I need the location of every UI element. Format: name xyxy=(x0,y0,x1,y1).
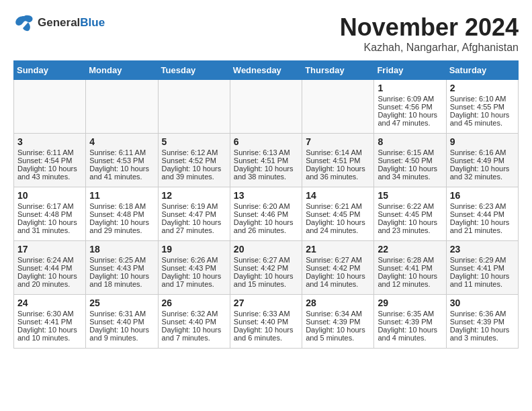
calendar-cell: 13Sunrise: 6:20 AMSunset: 4:46 PMDayligh… xyxy=(230,187,302,241)
header-cell-saturday: Saturday xyxy=(446,61,518,80)
cell-content: Sunrise: 6:09 AM xyxy=(378,95,442,103)
calendar-cell: 17Sunrise: 6:24 AMSunset: 4:44 PMDayligh… xyxy=(14,241,86,295)
calendar-cell xyxy=(230,80,302,134)
cell-content: and 39 minutes. xyxy=(162,173,226,181)
calendar-cell: 9Sunrise: 6:16 AMSunset: 4:49 PMDaylight… xyxy=(446,134,518,187)
cell-content: Daylight: 10 hours xyxy=(450,272,515,280)
cell-content: and 3 minutes. xyxy=(450,334,515,342)
calendar-cell: 29Sunrise: 6:35 AMSunset: 4:39 PMDayligh… xyxy=(374,295,446,349)
cell-content: and 38 minutes. xyxy=(234,173,298,181)
cell-content: Sunrise: 6:14 AM xyxy=(306,148,370,156)
cell-content: Daylight: 10 hours xyxy=(378,165,442,173)
cell-content: Daylight: 10 hours xyxy=(17,272,82,280)
cell-content: and 47 minutes. xyxy=(378,119,442,127)
cell-content: Daylight: 10 hours xyxy=(234,326,298,334)
cell-content: Sunset: 4:40 PM xyxy=(89,318,154,326)
cell-content: Daylight: 10 hours xyxy=(450,218,515,226)
cell-content: and 29 minutes. xyxy=(89,226,154,234)
cell-content: Daylight: 10 hours xyxy=(89,326,154,334)
day-number: 26 xyxy=(162,298,226,308)
day-number: 6 xyxy=(234,136,298,147)
cell-content: Sunrise: 6:36 AM xyxy=(450,310,515,318)
cell-content: Sunrise: 6:26 AM xyxy=(162,256,226,264)
header-cell-friday: Friday xyxy=(374,61,446,80)
cell-content: and 14 minutes. xyxy=(306,280,370,288)
cell-content: Sunrise: 6:17 AM xyxy=(17,202,82,210)
cell-content: and 4 minutes. xyxy=(378,334,442,342)
cell-content: Daylight: 10 hours xyxy=(378,218,442,226)
header-row: SundayMondayTuesdayWednesdayThursdayFrid… xyxy=(14,61,519,80)
calendar-body: 1Sunrise: 6:09 AMSunset: 4:56 PMDaylight… xyxy=(14,80,519,349)
header-cell-wednesday: Wednesday xyxy=(230,61,302,80)
logo-icon xyxy=(13,13,35,32)
cell-content: and 17 minutes. xyxy=(162,280,226,288)
logo-text: GeneralBlue xyxy=(38,16,105,30)
week-row-2: 3Sunrise: 6:11 AMSunset: 4:54 PMDaylight… xyxy=(14,134,519,187)
cell-content: Sunset: 4:41 PM xyxy=(450,264,515,272)
calendar-cell: 7Sunrise: 6:14 AMSunset: 4:51 PMDaylight… xyxy=(302,134,374,187)
cell-content: and 12 minutes. xyxy=(378,280,442,288)
cell-content: Sunset: 4:40 PM xyxy=(162,318,226,326)
cell-content: and 34 minutes. xyxy=(378,173,442,181)
cell-content: Daylight: 10 hours xyxy=(450,165,515,173)
cell-content: Sunset: 4:40 PM xyxy=(234,318,298,326)
calendar-cell: 26Sunrise: 6:32 AMSunset: 4:40 PMDayligh… xyxy=(158,295,230,349)
cell-content: and 41 minutes. xyxy=(89,173,154,181)
page-container: GeneralBlue November 2024 Kazhah, Nangar… xyxy=(13,13,519,349)
cell-content: Sunrise: 6:27 AM xyxy=(306,256,370,264)
cell-content: and 43 minutes. xyxy=(17,173,82,181)
calendar-cell: 12Sunrise: 6:19 AMSunset: 4:47 PMDayligh… xyxy=(158,187,230,241)
cell-content: Sunrise: 6:21 AM xyxy=(306,202,370,210)
cell-content: Daylight: 10 hours xyxy=(378,326,442,334)
day-number: 25 xyxy=(89,298,154,308)
cell-content: and 27 minutes. xyxy=(162,226,226,234)
cell-content: Sunrise: 6:30 AM xyxy=(17,310,82,318)
week-row-3: 10Sunrise: 6:17 AMSunset: 4:48 PMDayligh… xyxy=(14,187,519,241)
cell-content: Sunset: 4:46 PM xyxy=(234,210,298,218)
cell-content: Sunset: 4:41 PM xyxy=(378,264,442,272)
cell-content: Sunrise: 6:28 AM xyxy=(378,256,442,264)
day-number: 17 xyxy=(17,244,82,255)
day-number: 21 xyxy=(306,244,370,255)
cell-content: Daylight: 10 hours xyxy=(306,326,370,334)
day-number: 20 xyxy=(234,244,298,255)
cell-content: Sunset: 4:42 PM xyxy=(306,264,370,272)
cell-content: Sunrise: 6:22 AM xyxy=(378,202,442,210)
day-number: 14 xyxy=(306,190,370,201)
day-number: 23 xyxy=(450,244,515,255)
cell-content: Sunset: 4:45 PM xyxy=(306,210,370,218)
cell-content: Sunrise: 6:16 AM xyxy=(450,148,515,156)
cell-content: Daylight: 10 hours xyxy=(162,165,226,173)
calendar-cell: 28Sunrise: 6:34 AMSunset: 4:39 PMDayligh… xyxy=(302,295,374,349)
cell-content: Sunrise: 6:33 AM xyxy=(234,310,298,318)
day-number: 1 xyxy=(378,83,442,93)
calendar-cell: 21Sunrise: 6:27 AMSunset: 4:42 PMDayligh… xyxy=(302,241,374,295)
cell-content: and 20 minutes. xyxy=(17,280,82,288)
title-area: November 2024 Kazhah, Nangarhar, Afghani… xyxy=(340,13,519,54)
calendar-cell: 4Sunrise: 6:11 AMSunset: 4:53 PMDaylight… xyxy=(86,134,158,187)
cell-content: Daylight: 10 hours xyxy=(378,272,442,280)
cell-content: Sunset: 4:42 PM xyxy=(234,264,298,272)
cell-content: Sunrise: 6:19 AM xyxy=(162,202,226,210)
calendar-cell: 1Sunrise: 6:09 AMSunset: 4:56 PMDaylight… xyxy=(374,80,446,134)
cell-content: Daylight: 10 hours xyxy=(450,326,515,334)
cell-content: Sunset: 4:39 PM xyxy=(378,318,442,326)
cell-content: Sunrise: 6:24 AM xyxy=(17,256,82,264)
cell-content: Sunset: 4:50 PM xyxy=(378,156,442,165)
day-number: 10 xyxy=(17,190,82,201)
header-cell-monday: Monday xyxy=(86,61,158,80)
cell-content: Sunset: 4:52 PM xyxy=(162,156,226,165)
cell-content: Sunrise: 6:18 AM xyxy=(89,202,154,210)
cell-content: Daylight: 10 hours xyxy=(306,218,370,226)
cell-content: Sunrise: 6:15 AM xyxy=(378,148,442,156)
cell-content: Sunset: 4:44 PM xyxy=(17,264,82,272)
cell-content: Daylight: 10 hours xyxy=(89,218,154,226)
calendar-cell: 19Sunrise: 6:26 AMSunset: 4:43 PMDayligh… xyxy=(158,241,230,295)
day-number: 4 xyxy=(89,136,154,147)
cell-content: Sunrise: 6:34 AM xyxy=(306,310,370,318)
cell-content: Sunset: 4:47 PM xyxy=(162,210,226,218)
cell-content: and 18 minutes. xyxy=(89,280,154,288)
day-number: 15 xyxy=(378,190,442,201)
cell-content: Daylight: 10 hours xyxy=(162,326,226,334)
cell-content: and 9 minutes. xyxy=(89,334,154,342)
